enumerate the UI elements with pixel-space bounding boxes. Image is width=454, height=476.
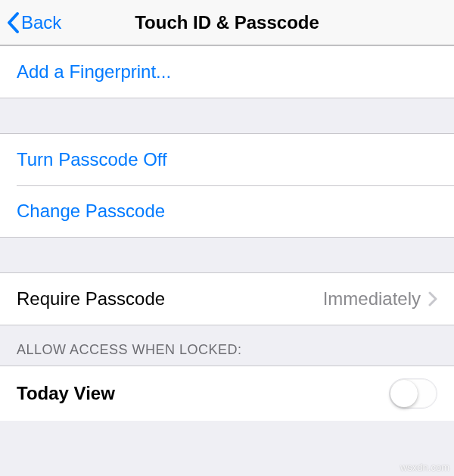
back-button[interactable]: Back (6, 0, 61, 45)
today-view-label: Today View (17, 383, 389, 404)
back-label: Back (21, 12, 61, 33)
require-passcode-label: Require Passcode (17, 288, 323, 310)
require-passcode-value: Immediately (323, 288, 421, 310)
add-fingerprint-row[interactable]: Add a Fingerprint... (0, 46, 454, 98)
page-title: Touch ID & Passcode (135, 12, 319, 33)
add-fingerprint-label: Add a Fingerprint... (17, 61, 437, 82)
turn-passcode-off-row[interactable]: Turn Passcode Off (0, 134, 454, 185)
switch-knob (390, 380, 418, 407)
lock-access-group: Today View (0, 366, 454, 421)
today-view-row: Today View (0, 366, 454, 421)
turn-passcode-off-label: Turn Passcode Off (17, 149, 437, 170)
change-passcode-label: Change Passcode (17, 201, 437, 222)
require-passcode-group: Require Passcode Immediately (0, 272, 454, 325)
fingerprint-group: Add a Fingerprint... (0, 45, 454, 98)
require-passcode-row[interactable]: Require Passcode Immediately (0, 273, 454, 325)
passcode-group: Turn Passcode Off Change Passcode (0, 133, 454, 238)
change-passcode-row[interactable]: Change Passcode (0, 185, 454, 237)
watermark: wsxdn.com (400, 462, 449, 473)
today-view-switch[interactable] (389, 378, 437, 409)
chevron-left-icon (6, 11, 20, 34)
group-gap (0, 238, 454, 272)
group-gap (0, 98, 454, 133)
chevron-right-icon (428, 291, 437, 306)
allow-access-header: ALLOW ACCESS WHEN LOCKED: (0, 325, 454, 366)
navbar: Back Touch ID & Passcode (0, 0, 454, 45)
